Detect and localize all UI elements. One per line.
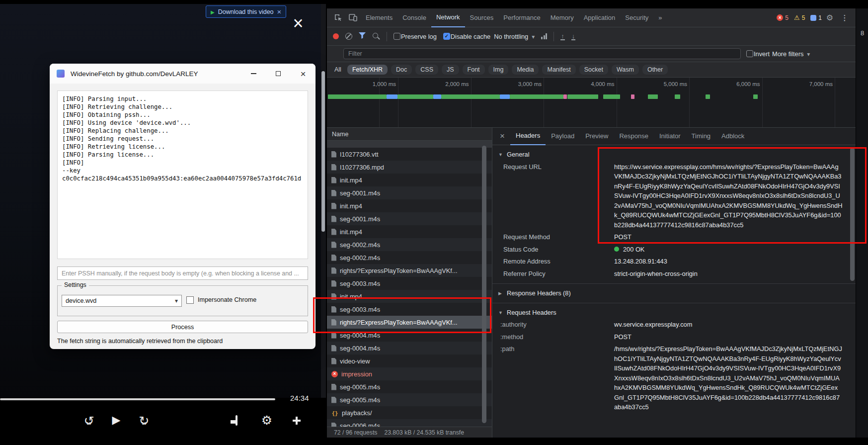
page-scrollbar-thumb[interactable]	[321, 71, 325, 232]
resource-filter-chip[interactable]: Media	[512, 65, 539, 75]
network-request-row[interactable]: seg-0001.m4s	[327, 212, 492, 225]
request-headers-section-header[interactable]: Request Headers	[492, 303, 856, 319]
network-request-row[interactable]: seg-0006.m4s	[327, 419, 492, 427]
network-conditions-icon[interactable]	[541, 33, 547, 39]
request-list-scrollbar-thumb[interactable]	[482, 146, 486, 423]
devtools-tab[interactable]: Performance	[498, 8, 545, 27]
more-filters-dropdown[interactable]: More filters	[775, 50, 810, 58]
network-request-row[interactable]: seg-0002.m4s	[327, 251, 492, 264]
invert-checkbox[interactable]	[746, 50, 753, 57]
forward-10-button[interactable]	[139, 413, 150, 428]
network-request-row[interactable]: seg-0004.m4s	[327, 342, 492, 355]
search-icon[interactable]	[372, 32, 380, 40]
warning-badge[interactable]: 5	[794, 14, 805, 21]
details-tab[interactable]: Preview	[580, 128, 614, 145]
clear-icon[interactable]	[345, 33, 352, 40]
window-titlebar[interactable]: WidevineFetch by github.com/DevLARLEY	[50, 64, 316, 84]
network-request-row[interactable]: seg-0001.m4s	[327, 186, 492, 199]
resource-filter-chip[interactable]: Socket	[579, 65, 608, 75]
network-request-row[interactable]: seg-0003.m4s	[327, 303, 492, 316]
details-tab[interactable]: Payload	[546, 128, 580, 145]
network-request-row[interactable]: seg-0005.m4s	[327, 380, 492, 393]
resource-filter-chip[interactable]: Manifest	[542, 65, 575, 75]
export-har-icon[interactable]	[571, 33, 576, 40]
devtools-settings-icon[interactable]	[823, 11, 837, 25]
network-request-row[interactable]: init.mp4	[327, 174, 492, 186]
devtools-tab[interactable]: Security	[620, 8, 653, 27]
resource-filter-chip[interactable]: All	[332, 65, 344, 75]
details-tab[interactable]: Response	[614, 128, 654, 145]
network-request-row[interactable]: seg-0005.m4s	[327, 393, 492, 406]
preserve-log-toggle[interactable]: Preserve log	[394, 33, 437, 40]
details-tab[interactable]: Initiator	[654, 128, 686, 145]
devtools-tab[interactable]: Elements	[361, 8, 397, 27]
devtools-tab[interactable]: »	[653, 8, 667, 27]
overlay-close-button[interactable]	[291, 16, 306, 31]
network-overview[interactable]: 1,000 ms2,000 ms3,000 ms4,000 ms5,000 ms…	[327, 78, 856, 128]
process-button[interactable]: Process	[57, 321, 308, 333]
resource-filter-chip[interactable]: Fetch/XHR	[347, 65, 388, 75]
response-headers-section-header[interactable]: Response Headers (8)	[492, 283, 856, 299]
network-request-row[interactable]: init.mp4	[327, 290, 492, 303]
network-request-row[interactable]: video-view	[327, 355, 492, 367]
error-badge[interactable]: 5	[777, 14, 789, 21]
resource-filter-chip[interactable]: Other	[642, 65, 668, 75]
network-request-row[interactable]: seg-0002.m4s	[327, 238, 492, 251]
network-request-row[interactable]: init.mp4	[327, 199, 492, 212]
minimize-button[interactable]	[241, 64, 266, 84]
resource-filter-chip[interactable]: Wasm	[612, 65, 639, 75]
record-button[interactable]	[333, 33, 339, 39]
network-request-row[interactable]: impression	[327, 367, 492, 380]
devtools-tab[interactable]: Console	[397, 8, 431, 27]
device-toolbar-icon[interactable]	[346, 11, 360, 25]
pssh-input[interactable]	[57, 267, 308, 280]
resource-filter-chip[interactable]: Font	[463, 65, 485, 75]
close-button[interactable]	[291, 64, 316, 84]
network-request-row[interactable]: playbacks/	[327, 406, 492, 419]
devtools-menu-icon[interactable]	[838, 11, 852, 25]
log-output[interactable]: [INFO] Parsing input...[INFO] Retrieving…	[57, 90, 308, 259]
network-filter-input[interactable]	[343, 48, 741, 59]
resource-filter-chip[interactable]: Doc	[391, 65, 412, 75]
details-tab[interactable]: Timing	[686, 128, 716, 145]
network-request-row[interactable]: init.mp4	[327, 225, 492, 238]
import-har-icon[interactable]	[560, 33, 565, 40]
pip-button[interactable]	[236, 416, 237, 425]
network-request-row[interactable]: rights/?ExpressPlayToken=BwAAAgVKf...	[327, 264, 492, 277]
seek-bar[interactable]	[0, 398, 275, 400]
devtools-tab[interactable]: Network	[431, 8, 465, 27]
disable-cache-toggle[interactable]: Disable cache	[443, 33, 490, 40]
rewind-10-button[interactable]	[84, 413, 94, 428]
general-section-header[interactable]: General	[492, 148, 856, 161]
maximize-button[interactable]	[266, 64, 291, 84]
name-column-header[interactable]: Name	[327, 128, 492, 141]
device-dropdown[interactable]: device.wvd	[62, 295, 182, 307]
issues-badge[interactable]: 1	[810, 14, 822, 21]
resource-filter-chip[interactable]: Img	[488, 65, 509, 75]
invert-toggle[interactable]: Invert	[746, 50, 770, 58]
details-scrollbar-thumb[interactable]	[850, 148, 855, 281]
disable-cache-checkbox[interactable]	[443, 33, 450, 40]
devtools-tab[interactable]: Application	[579, 8, 621, 27]
network-request-row[interactable]: I10277306.mpd	[327, 161, 492, 174]
network-request-row[interactable]: I10277306.vtt	[327, 148, 492, 161]
network-request-row[interactable]: seg-0003.m4s	[327, 277, 492, 290]
settings-button[interactable]	[261, 413, 272, 428]
throttling-dropdown[interactable]: No throttling	[497, 33, 535, 40]
inspect-element-icon[interactable]	[331, 11, 345, 25]
close-details-icon[interactable]	[495, 131, 509, 141]
devtools-tab[interactable]: Sources	[465, 8, 499, 27]
preserve-log-checkbox[interactable]	[394, 33, 400, 40]
devtools-tab[interactable]: Memory	[546, 8, 579, 27]
resource-filter-chip[interactable]: JS	[442, 65, 459, 75]
impersonate-checkbox[interactable]	[186, 296, 194, 304]
details-tab[interactable]: Adblock	[716, 128, 750, 145]
details-tab[interactable]: Headers	[510, 128, 546, 145]
resource-filter-chip[interactable]: CSS	[415, 65, 438, 75]
network-request-row[interactable]: rights/?ExpressPlayToken=BwAAAgVKf...	[327, 316, 492, 329]
filter-funnel-icon[interactable]	[359, 32, 366, 40]
close-icon[interactable]	[277, 7, 282, 16]
network-request-row[interactable]: seg-0004.m4s	[327, 329, 492, 342]
play-button[interactable]	[112, 414, 121, 427]
download-video-button[interactable]: Download this video	[206, 5, 286, 18]
